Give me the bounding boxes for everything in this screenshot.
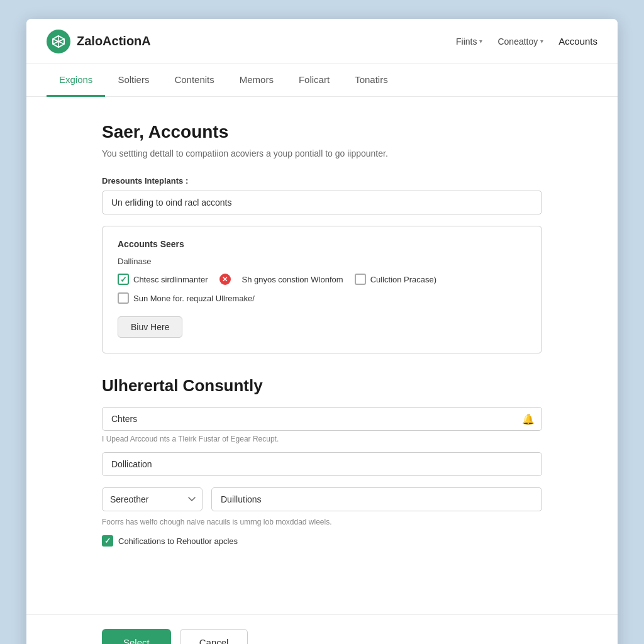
field-label-dresounts: Dresounts Inteplants : (102, 176, 542, 186)
checkbox-1-box: ✓ (118, 274, 129, 285)
nav-item-fiints[interactable]: Fiints ▾ (456, 36, 482, 47)
checkboxes-row-2: Sun Mone for. requzal Ullremake/ (118, 292, 526, 304)
checkbox-item-2[interactable]: Sh gnyos constion Wlonfom (242, 275, 343, 284)
buy-button[interactable]: Biuv Here (118, 316, 182, 338)
dollication-input[interactable] (102, 452, 542, 476)
section1-title: Saer, Accounts (102, 122, 542, 142)
logo-icon (47, 30, 70, 53)
subnav-item-tonatirs[interactable]: Tonatirs (342, 64, 401, 97)
helper-text: Foorrs has welfo chough nalve nacuils is… (102, 518, 542, 526)
error-badge-icon: ✕ (219, 274, 231, 285)
header: ZaloActionA Fiints ▾ Coneattoy ▾ Account… (26, 19, 618, 64)
checkbox-blue-box[interactable]: ✓ (102, 535, 113, 547)
checkbox-row-bottom: ✓ Cohifications to Rehoutlor apcles (102, 535, 542, 547)
subnav-item-folicart[interactable]: Folicart (286, 64, 342, 97)
checkbox-4-box (118, 292, 129, 304)
box-sub-label: Dallinase (118, 257, 526, 266)
section1-subtitle: You settting dettall to compatiion acovi… (102, 148, 542, 158)
duillutions-input[interactable] (211, 487, 542, 511)
chevron-down-icon: ▾ (540, 38, 543, 45)
cancel-button[interactable]: Cancel (180, 629, 248, 644)
section2-title: Ulherertal Consuntly (102, 376, 542, 396)
subnav-item-contenits[interactable]: Contenits (162, 64, 226, 97)
checkbox-item-3[interactable]: Cullction Pracase) (355, 274, 437, 285)
bell-icon: 🔔 (522, 413, 535, 425)
app-window: ZaloActionA Fiints ▾ Coneattoy ▾ Account… (26, 19, 618, 644)
checkbox-item-1[interactable]: ✓ Chtesc sirdlinmanter (118, 274, 208, 285)
subnav-item-memors[interactable]: Memors (227, 64, 286, 97)
select-button[interactable]: Select (102, 629, 171, 644)
logo-text: ZaloActionA (77, 34, 151, 48)
dresounts-input[interactable] (102, 191, 542, 214)
nav-right: Fiints ▾ Coneattoy ▾ Accounts (456, 36, 597, 47)
nav-item-accounts[interactable]: Accounts (558, 36, 597, 47)
accounts-box-title: Accounts Seers (118, 239, 526, 249)
logo-area: ZaloActionA (47, 30, 456, 53)
nav-item-coneattoy[interactable]: Coneattoy ▾ (497, 36, 543, 47)
subnav: Exgions Soltiers Contenits Memors Folica… (26, 64, 618, 97)
main-content: Saer, Accounts You settting dettall to c… (26, 97, 618, 614)
footer-buttons: Select Cancel (26, 614, 618, 644)
accounts-box: Accounts Seers Dallinase ✓ Chtesc sirdli… (102, 226, 542, 353)
chevron-down-icon: ▾ (479, 38, 482, 45)
blue-checkmark-icon: ✓ (104, 536, 111, 545)
input-chters-wrapper: 🔔 (102, 407, 542, 431)
checkmark-icon: ✓ (120, 275, 127, 284)
checkbox-item-4[interactable]: Sun Mone for. requzal Ullremake/ (118, 292, 255, 304)
subnav-item-soltiers[interactable]: Soltiers (105, 64, 162, 97)
row-two-cols: Sereother Option 2 Option 3 (102, 487, 542, 511)
sereother-select[interactable]: Sereother Option 2 Option 3 (102, 487, 203, 511)
subnav-item-exgions[interactable]: Exgions (47, 64, 105, 97)
input1-helper: I Upead Arccoud nts a Tleirk Fustar of E… (102, 435, 542, 443)
checkboxes-row-1: ✓ Chtesc sirdlinmanter ✕ Sh gnyos consti… (118, 274, 526, 285)
checkbox-3-box (355, 274, 366, 285)
checkbox-bottom-label: Cohifications to Rehoutlor apcles (118, 536, 238, 546)
chters-input[interactable] (102, 407, 542, 431)
